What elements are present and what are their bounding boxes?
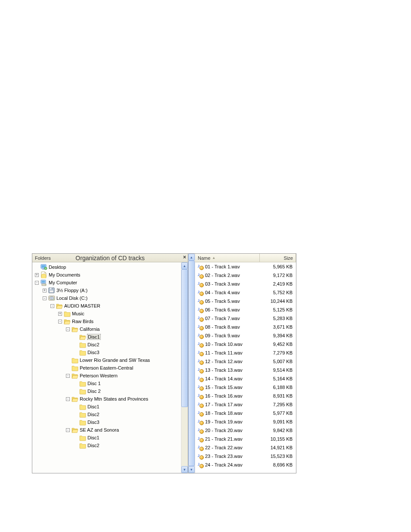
file-row[interactable]: 01 - Track 1.wav5,965 KB [195, 262, 296, 271]
tree-node-ca-disc2[interactable]: Disc2 [33, 341, 181, 348]
file-row[interactable]: 15 - Track 15.wav6,188 KB [195, 383, 296, 392]
collapse-icon[interactable]: - [66, 327, 70, 331]
collapse-icon[interactable]: - [43, 296, 47, 300]
file-row[interactable]: 11 - Track 11.wav7,279 KB [195, 348, 296, 357]
file-name: 15 - Track 15.wav [205, 385, 243, 390]
tree-node-peterson-ec[interactable]: Peterson Eastern-Central [33, 364, 181, 372]
tree-node-rocky-mtn[interactable]: -Rocky Mtn States and Provinces [33, 395, 181, 403]
file-row[interactable]: 17 - Track 17.wav7,295 KB [195, 400, 296, 409]
tree-node-label: Local Disk (C:) [56, 296, 87, 301]
file-row[interactable]: 02 - Track 2.wav9,172 KB [195, 271, 296, 280]
tree-node-sa-disc1[interactable]: Disc1 [33, 434, 181, 442]
scroll-down-button[interactable]: ▾ [188, 466, 195, 473]
scroll-up-button[interactable]: ▴ [181, 262, 188, 269]
file-row[interactable]: 23 - Track 23.wav15,523 KB [195, 452, 296, 460]
file-name-cell: 13 - Track 13.wav [195, 367, 260, 373]
folder-icon [79, 434, 86, 441]
audio-file-icon [197, 436, 204, 442]
scroll-up-button[interactable]: ▴ [188, 254, 195, 261]
tree-node-ca-disc1[interactable]: Disc1 [33, 333, 181, 341]
file-name-cell: 20 - Track 20.wav [195, 427, 260, 434]
sort-ascending-icon: ▲ [212, 256, 215, 260]
file-name: 24 - Track 24.wav [205, 462, 243, 467]
scroll-track[interactable] [181, 269, 188, 466]
collapse-icon[interactable]: - [66, 397, 70, 401]
tree-node-ca-disc3[interactable]: Disc3 [33, 348, 181, 356]
column-header-name[interactable]: Name ▲ [195, 254, 260, 262]
file-row[interactable]: 04 - Track 4.wav5,752 KB [195, 288, 296, 297]
tree-node-peterson-w[interactable]: -Peterson Western [33, 372, 181, 380]
tree-node-pw-disc1[interactable]: Disc 1 [33, 380, 181, 387]
tree-node-california[interactable]: -California [33, 325, 181, 333]
collapse-icon[interactable]: - [50, 304, 54, 308]
folder-open-icon [64, 318, 71, 325]
file-name-cell: 04 - Track 4.wav [195, 289, 260, 296]
file-row[interactable]: 03 - Track 3.wav2,419 KB [195, 280, 296, 288]
folder-icon [79, 380, 86, 387]
list-scrollbar[interactable]: ▴ ▾ [188, 254, 195, 473]
file-row[interactable]: 18 - Track 18.wav5,977 KB [195, 409, 296, 417]
file-row[interactable]: 07 - Track 7.wav5,283 KB [195, 314, 296, 323]
tree-node-floppy[interactable]: +3½ Floppy (A:) [33, 286, 181, 294]
tree-node-label: California [80, 327, 100, 332]
column-header-size[interactable]: Size [260, 254, 296, 262]
tree-node-rm-disc2[interactable]: Disc2 [33, 411, 181, 418]
file-row[interactable]: 14 - Track 14.wav5,164 KB [195, 374, 296, 383]
tree-node-lrg-sw-texas[interactable]: Lower Rio Grande and SW Texas [33, 356, 181, 364]
file-row[interactable]: 10 - Track 10.wav9,452 KB [195, 340, 296, 348]
scroll-thumb[interactable] [181, 269, 188, 407]
tree-node-audio-master[interactable]: -AUDIO MASTER [33, 302, 181, 310]
expand-icon[interactable]: + [58, 312, 62, 316]
file-row[interactable]: 06 - Track 6.wav5,125 KB [195, 305, 296, 314]
audio-file-icon [197, 461, 204, 468]
file-list[interactable]: 01 - Track 1.wav5,965 KB02 - Track 2.wav… [195, 262, 296, 473]
tree-node-music[interactable]: +Music [33, 310, 181, 317]
expand-icon[interactable]: + [43, 289, 47, 292]
file-row[interactable]: 21 - Track 21.wav10,155 KB [195, 435, 296, 443]
scroll-down-button[interactable]: ▾ [181, 466, 188, 473]
collapse-icon[interactable]: - [66, 428, 70, 432]
file-row[interactable]: 16 - Track 16.wav8,931 KB [195, 392, 296, 400]
tree-scrollbar[interactable]: ▴ ▾ [181, 262, 188, 473]
tree-node-raw-birds[interactable]: -Raw Birds [33, 317, 181, 325]
file-row[interactable]: 13 - Track 13.wav9,514 KB [195, 366, 296, 374]
tree-node-my-computer[interactable]: -My Computer [33, 279, 181, 286]
scroll-thumb[interactable] [188, 261, 195, 466]
column-header-name-label: Name [198, 255, 210, 261]
file-row[interactable]: 05 - Track 5.wav10,244 KB [195, 297, 296, 305]
tree-node-my-documents[interactable]: +My Documents [33, 271, 181, 279]
tree-node-se-az-sonora[interactable]: -SE AZ and Sonora [33, 426, 181, 434]
folder-icon [79, 403, 86, 410]
collapse-icon[interactable]: - [66, 374, 70, 378]
tree-node-local-disk[interactable]: -Local Disk (C:) [33, 294, 181, 302]
tree-node-label: Disc1 [87, 334, 100, 339]
tree-node-rm-disc3[interactable]: Disc3 [33, 418, 181, 426]
file-row[interactable]: 19 - Track 19.wav9,091 KB [195, 417, 296, 426]
collapse-icon[interactable]: - [58, 320, 62, 324]
file-size: 9,172 KB [260, 273, 296, 278]
toggle-spacer [74, 389, 78, 393]
tree-node-label: Peterson Eastern-Central [80, 365, 133, 370]
folder-tree[interactable]: Desktop+My Documents-My Computer+3½ Flop… [32, 262, 181, 473]
folder-icon [79, 442, 86, 449]
tree-node-sa-disc2[interactable]: Disc2 [33, 442, 181, 449]
file-row[interactable]: 09 - Track 9.wav9,394 KB [195, 331, 296, 340]
tree-node-desktop[interactable]: Desktop [33, 263, 181, 271]
tree-node-pw-disc2[interactable]: Disc 2 [33, 387, 181, 395]
file-row[interactable]: 08 - Track 8.wav3,671 KB [195, 323, 296, 331]
file-size: 5,965 KB [260, 264, 296, 269]
expand-icon[interactable]: + [35, 273, 39, 277]
collapse-icon[interactable]: - [35, 281, 39, 285]
file-row[interactable]: 12 - Track 12.wav5,007 KB [195, 357, 296, 366]
file-size: 9,091 KB [260, 419, 296, 424]
tree-node-rm-disc1[interactable]: Disc1 [33, 403, 181, 411]
file-size: 5,977 KB [260, 411, 296, 416]
file-size: 9,452 KB [260, 342, 296, 347]
file-name: 13 - Track 13.wav [205, 367, 243, 373]
file-row[interactable]: 24 - Track 24.wav8,696 KB [195, 460, 296, 469]
close-icon[interactable]: × [183, 254, 186, 260]
file-name-cell: 06 - Track 6.wav [195, 306, 260, 313]
file-row[interactable]: 22 - Track 22.wav14,921 KB [195, 443, 296, 452]
file-row[interactable]: 20 - Track 20.wav9,842 KB [195, 426, 296, 435]
scroll-track[interactable] [188, 261, 195, 466]
